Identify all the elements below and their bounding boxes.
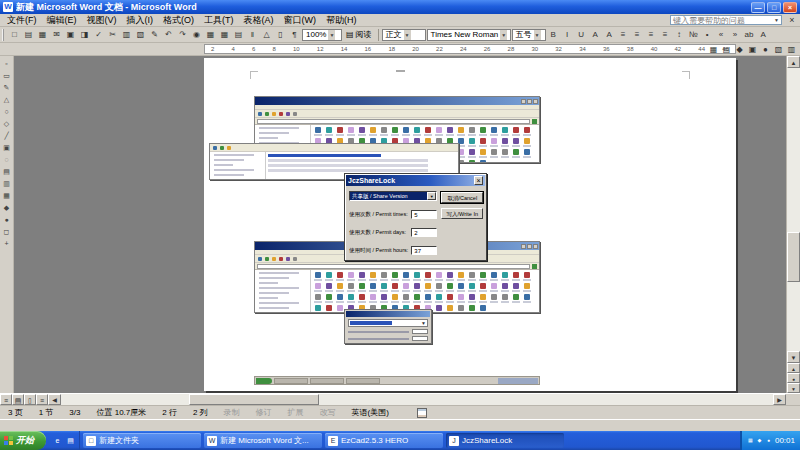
docked-toolbar-button[interactable]: ▣ xyxy=(746,43,759,56)
drawing-toolbar-button[interactable]: ○ xyxy=(1,106,13,117)
cancel-button[interactable]: 取消/Cancel xyxy=(441,192,483,203)
print-layout-view-button[interactable]: ▯ xyxy=(24,394,36,405)
permit-hours-input[interactable]: 37 xyxy=(411,246,437,255)
status-revise-indicator[interactable]: 修订 xyxy=(256,407,272,418)
tables-and-borders-button[interactable]: ▦ xyxy=(204,28,217,41)
vertical-scroll-thumb[interactable] xyxy=(787,232,800,282)
char-shading-button[interactable]: A xyxy=(603,28,616,41)
docked-toolbar-button[interactable]: ▦ xyxy=(707,43,720,56)
align-right-button[interactable]: ≡ xyxy=(645,28,658,41)
menu-file[interactable]: 文件(F) xyxy=(2,14,42,26)
drawing-toolbar-button[interactable]: ╱ xyxy=(1,130,13,141)
paste-button[interactable]: ▧ xyxy=(134,28,147,41)
save-button[interactable]: ▦ xyxy=(36,28,49,41)
chevron-down-icon[interactable]: ▼ xyxy=(328,30,335,40)
docked-toolbar-button[interactable]: ▥ xyxy=(785,43,798,56)
horizontal-ruler[interactable]: 2468101214161820222426283032343638404244… xyxy=(204,44,736,54)
horizontal-scroll-thumb[interactable] xyxy=(189,394,319,405)
line-spacing-button[interactable]: ↕ xyxy=(673,28,686,41)
vertical-scroll-track[interactable] xyxy=(787,68,800,351)
permit-times-input[interactable]: 5 xyxy=(411,210,437,219)
font-color-button[interactable]: A xyxy=(757,28,770,41)
tray-message-icon[interactable]: ● xyxy=(765,437,772,444)
menu-table[interactable]: 表格(A) xyxy=(239,14,279,26)
drawing-toolbar-button[interactable]: ▤ xyxy=(1,166,13,177)
previous-page-button[interactable]: ▲ xyxy=(787,363,800,373)
horizontal-scroll-track[interactable] xyxy=(61,394,773,405)
menu-format[interactable]: 格式(O) xyxy=(158,14,199,26)
email-button[interactable]: ✉ xyxy=(50,28,63,41)
permit-days-input[interactable]: 2 xyxy=(411,228,437,237)
chevron-down-icon[interactable]: ▼ xyxy=(500,30,507,40)
drawing-button[interactable]: △ xyxy=(260,28,273,41)
scroll-right-icon[interactable]: ▶ xyxy=(773,394,786,405)
tray-volume-icon[interactable]: ◆ xyxy=(756,437,763,444)
format-painter-button[interactable]: ✎ xyxy=(148,28,161,41)
char-border-button[interactable]: A xyxy=(589,28,602,41)
document-canvas[interactable]: ▼ J xyxy=(14,56,786,393)
docked-toolbar-button[interactable]: ● xyxy=(759,43,772,56)
vertical-scrollbar[interactable]: ▲ ▼ ▲ ● ▼ xyxy=(786,56,800,393)
increase-indent-button[interactable]: » xyxy=(729,28,742,41)
redo-button[interactable]: ↷ xyxy=(176,28,189,41)
docked-toolbar-button[interactable]: ▤ xyxy=(720,43,733,56)
drawing-toolbar-button[interactable]: ✎ xyxy=(1,82,13,93)
toolbar-grip[interactable] xyxy=(2,29,5,41)
decrease-indent-button[interactable]: « xyxy=(715,28,728,41)
scroll-left-icon[interactable]: ◀ xyxy=(48,394,61,405)
spelling-grammar-button[interactable]: ✓ xyxy=(92,28,105,41)
help-question-input[interactable]: 键入需要帮助的问题 ▼ xyxy=(670,15,782,25)
spelling-grammar-status-icon[interactable] xyxy=(417,408,427,418)
undo-button[interactable]: ↶ xyxy=(162,28,175,41)
style-select[interactable]: 正文 ▼ xyxy=(382,29,426,41)
share-version-select[interactable]: 共享版 / Share Version ▼ xyxy=(349,191,437,201)
write-in-button[interactable]: 写入/Write In xyxy=(441,208,483,219)
drawing-toolbar-button[interactable]: ▣ xyxy=(1,142,13,153)
drawing-toolbar-button[interactable]: ◌ xyxy=(1,154,13,165)
drawing-toolbar-button[interactable]: ▭ xyxy=(1,70,13,81)
columns-button[interactable]: ‖ xyxy=(246,28,259,41)
insert-table-button[interactable]: ▦ xyxy=(218,28,231,41)
web-layout-view-button[interactable]: ▤ xyxy=(12,394,24,405)
chevron-down-icon[interactable]: ▼ xyxy=(427,192,436,200)
status-overtype-indicator[interactable]: 改写 xyxy=(320,407,336,418)
justify-button[interactable]: ≡ xyxy=(659,28,672,41)
scroll-up-icon[interactable]: ▲ xyxy=(787,56,800,68)
show-hide-marks-button[interactable]: ¶ xyxy=(288,28,301,41)
taskbar-item-jczsharelock[interactable]: J JczShareLock xyxy=(446,433,564,448)
next-page-button[interactable]: ▼ xyxy=(787,383,800,393)
bullets-button[interactable]: • xyxy=(701,28,714,41)
bold-button[interactable]: B xyxy=(547,28,560,41)
underline-button[interactable]: U xyxy=(575,28,588,41)
read-mode-button[interactable]: ▤ 阅读 xyxy=(343,28,375,41)
print-button[interactable]: ▣ xyxy=(64,28,77,41)
chevron-down-icon[interactable]: ▼ xyxy=(404,30,411,40)
taskbar-item-new-folder[interactable]: □ 新建文件夹 xyxy=(83,433,201,448)
menu-view[interactable]: 视图(V) xyxy=(82,14,122,26)
insert-excel-button[interactable]: ▤ xyxy=(232,28,245,41)
start-button[interactable]: 开始 xyxy=(0,431,46,450)
dialog-title-bar[interactable]: JczShareLock × xyxy=(346,175,485,186)
status-extend-indicator[interactable]: 扩展 xyxy=(288,407,304,418)
chevron-down-icon[interactable]: ▼ xyxy=(534,30,541,40)
italic-button[interactable]: I xyxy=(561,28,574,41)
print-preview-button[interactable]: ◨ xyxy=(78,28,91,41)
menu-tools[interactable]: 工具(T) xyxy=(199,14,239,26)
outline-view-button[interactable]: ≡ xyxy=(36,394,48,405)
open-button[interactable]: ▤ xyxy=(22,28,35,41)
center-button[interactable]: ≡ xyxy=(631,28,644,41)
minimize-button[interactable]: — xyxy=(751,2,765,13)
font-size-select[interactable]: 五号 ▼ xyxy=(512,29,546,41)
status-record-indicator[interactable]: 录制 xyxy=(224,407,240,418)
drawing-toolbar-button[interactable]: ◆ xyxy=(1,202,13,213)
numbering-button[interactable]: № xyxy=(687,28,700,41)
copy-button[interactable]: ▥ xyxy=(120,28,133,41)
show-desktop-icon[interactable]: ▤ xyxy=(65,435,76,446)
document-page[interactable]: ▼ J xyxy=(204,58,736,391)
close-document-button[interactable]: × xyxy=(786,15,798,26)
align-left-button[interactable]: ≡ xyxy=(617,28,630,41)
normal-view-button[interactable]: ≡ xyxy=(0,394,12,405)
docked-toolbar-button[interactable]: ▧ xyxy=(772,43,785,56)
menu-edit[interactable]: 编辑(E) xyxy=(42,14,82,26)
select-browse-object-button[interactable]: ● xyxy=(787,373,800,383)
